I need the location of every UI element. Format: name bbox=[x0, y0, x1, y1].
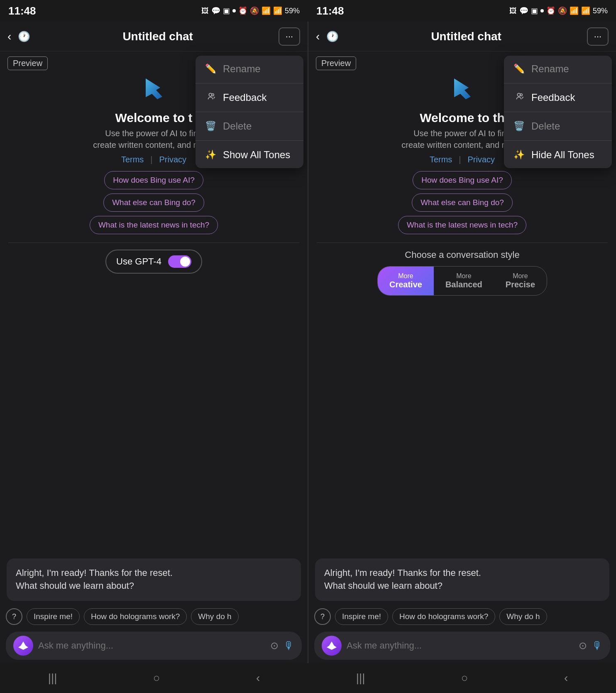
qr-chip-0-right[interactable]: Inspire me! bbox=[335, 608, 388, 625]
delete-label-right: Delete bbox=[531, 120, 560, 132]
rename-icon-right: ✏️ bbox=[513, 64, 525, 74]
camera-icon-left[interactable]: ⊙ bbox=[270, 640, 279, 651]
terms-row-left: Terms | Privacy bbox=[121, 155, 186, 164]
input-avatar-left[interactable] bbox=[13, 636, 33, 656]
qr-chip-1-left[interactable]: How do holograms work? bbox=[84, 608, 187, 625]
nav-back-icon-left[interactable]: ‹ bbox=[256, 671, 260, 685]
status-time-left: 11:48 bbox=[8, 5, 36, 17]
qr-chip-2-left[interactable]: Why do h bbox=[191, 608, 238, 625]
alarm-icon-r: ⏰ bbox=[546, 6, 555, 15]
dropdown-delete-right[interactable]: 🗑️ Delete bbox=[504, 113, 612, 140]
terms-link-left[interactable]: Terms bbox=[121, 155, 144, 164]
style-more-balanced: More bbox=[456, 272, 471, 280]
divider-left bbox=[8, 242, 299, 243]
signal-icon: 📶 bbox=[273, 6, 282, 15]
svg-point-1 bbox=[212, 94, 214, 96]
style-buttons-right: More Creative More Balanced More Precise bbox=[377, 266, 547, 296]
chip-0-left[interactable]: How does Bing use AI? bbox=[104, 171, 203, 189]
preview-badge-right: Preview bbox=[316, 56, 356, 70]
dropdown-tones-right[interactable]: ✨ Hide All Tones bbox=[504, 142, 612, 168]
dropdown-menu-left: ✏️ Rename Feedback 🗑️ Delete ✨ bbox=[196, 56, 303, 168]
nav-home-icon-left[interactable]: ○ bbox=[153, 671, 160, 685]
welcome-title-right: Welcome to th bbox=[420, 111, 504, 125]
camera-icon-right[interactable]: ⊙ bbox=[579, 640, 587, 651]
style-btn-precise[interactable]: More Precise bbox=[494, 267, 547, 295]
feedback-label-left: Feedback bbox=[223, 92, 266, 103]
status-bar-left: 11:48 🖼 💬 ▣ ⏰ 🔕 📶 📶 59% bbox=[0, 0, 308, 22]
privacy-link-right[interactable]: Privacy bbox=[468, 155, 495, 164]
dot-icon-r bbox=[540, 9, 544, 12]
nav-menu-icon-right[interactable]: ||| bbox=[356, 671, 365, 685]
privacy-link-left[interactable]: Privacy bbox=[159, 155, 187, 164]
nav-back-icon-right[interactable]: ‹ bbox=[564, 671, 568, 685]
input-avatar-right[interactable] bbox=[322, 636, 342, 656]
search-input-right[interactable] bbox=[347, 640, 574, 651]
chip-2-right[interactable]: What is the latest news in tech? bbox=[398, 216, 526, 234]
more-menu-button-right[interactable]: ··· bbox=[587, 27, 609, 46]
qr-chip-0-left[interactable]: Inspire me! bbox=[27, 608, 80, 625]
dropdown-rename-right[interactable]: ✏️ Rename bbox=[504, 56, 612, 82]
terms-divider-left: | bbox=[150, 155, 152, 164]
toggle-switch-left[interactable] bbox=[168, 255, 191, 268]
style-label-balanced: Balanced bbox=[445, 280, 482, 289]
dropdown-delete-left[interactable]: 🗑️ Delete bbox=[196, 113, 303, 140]
dropdown-feedback-left[interactable]: Feedback bbox=[196, 84, 303, 111]
back-button-left[interactable]: ‹ bbox=[7, 30, 11, 43]
qr-help-icon-right[interactable]: ? bbox=[314, 608, 331, 625]
more-dots-icon-right: ··· bbox=[594, 31, 601, 42]
dropdown-divider-1-left bbox=[196, 83, 303, 83]
dropdown-feedback-right[interactable]: Feedback bbox=[504, 84, 612, 111]
mute-icon: 🔕 bbox=[250, 6, 259, 15]
gpt4-label-left: Use GPT-4 bbox=[116, 256, 161, 267]
chip-1-left[interactable]: What else can Bing do? bbox=[103, 193, 204, 212]
feedback-icon-left bbox=[205, 92, 216, 103]
more-menu-button-left[interactable]: ··· bbox=[279, 27, 300, 46]
history-icon-right[interactable]: 🕐 bbox=[326, 31, 339, 42]
photo-icon-r: 🖼 bbox=[509, 7, 517, 15]
status-time-right: 11:48 bbox=[316, 5, 344, 17]
back-button-right[interactable]: ‹ bbox=[316, 30, 320, 43]
quick-replies-left: ? Inspire me! How do holograms work? Why… bbox=[0, 605, 308, 628]
delete-icon-left: 🗑️ bbox=[205, 121, 216, 132]
rename-icon-left: ✏️ bbox=[205, 64, 216, 74]
qr-chip-1-right[interactable]: How do holograms work? bbox=[392, 608, 495, 625]
feedback-icon-right bbox=[513, 92, 525, 103]
style-btn-creative[interactable]: More Creative bbox=[378, 267, 434, 295]
chip-1-right[interactable]: What else can Bing do? bbox=[412, 193, 513, 212]
rename-label-right: Rename bbox=[531, 63, 569, 75]
style-label-creative: Creative bbox=[389, 280, 422, 289]
mic-icon-left[interactable]: 🎙 bbox=[284, 639, 294, 652]
nav-home-icon-right[interactable]: ○ bbox=[461, 671, 468, 685]
bottom-nav: ||| ○ ‹ ||| ○ ‹ bbox=[0, 663, 616, 693]
qr-chip-2-right[interactable]: Why do h bbox=[499, 608, 547, 625]
terms-link-right[interactable]: Terms bbox=[430, 155, 452, 164]
avatar-icon-left bbox=[17, 640, 29, 651]
tones-label-left: Show All Tones bbox=[223, 149, 290, 161]
wifi-icon-r: 📶 bbox=[570, 6, 579, 15]
history-icon-left[interactable]: 🕐 bbox=[18, 31, 30, 42]
tones-icon-left: ✨ bbox=[205, 149, 216, 160]
chip-0-right[interactable]: How does Bing use AI? bbox=[413, 171, 511, 189]
message-bubble-right: Alright, I'm ready! Thanks for the reset… bbox=[315, 558, 609, 601]
panel-left: ‹ 🕐 Untitled chat ··· Preview ✏️ Rename bbox=[0, 22, 308, 663]
search-input-left[interactable] bbox=[38, 640, 265, 651]
bottom-nav-right: ||| ○ ‹ bbox=[308, 663, 616, 693]
nav-menu-icon-left[interactable]: ||| bbox=[48, 671, 57, 685]
dot-icon bbox=[232, 9, 236, 12]
dropdown-tones-left[interactable]: ✨ Show All Tones bbox=[196, 142, 303, 168]
nav-bar-right: ‹ 🕐 Untitled chat ··· bbox=[308, 22, 616, 51]
chip-2-left[interactable]: What is the latest news in tech? bbox=[90, 216, 218, 234]
dropdown-divider-3-right bbox=[504, 140, 612, 141]
delete-icon-right: 🗑️ bbox=[513, 121, 525, 132]
style-btn-balanced[interactable]: More Balanced bbox=[434, 267, 494, 295]
gpt4-toggle-left[interactable]: Use GPT-4 bbox=[105, 250, 202, 274]
qr-help-icon-left[interactable]: ? bbox=[6, 608, 22, 625]
input-bar-left: ⊙ 🎙 bbox=[6, 632, 302, 660]
bing-logo-left bbox=[137, 74, 171, 108]
panel-right: ‹ 🕐 Untitled chat ··· Preview ✏️ Rename bbox=[308, 22, 616, 663]
mic-icon-right[interactable]: 🎙 bbox=[592, 639, 603, 652]
divider-right bbox=[317, 242, 608, 243]
dropdown-rename-left[interactable]: ✏️ Rename bbox=[196, 56, 303, 82]
delete-label-left: Delete bbox=[223, 120, 252, 132]
avatar-icon-right bbox=[326, 640, 337, 651]
